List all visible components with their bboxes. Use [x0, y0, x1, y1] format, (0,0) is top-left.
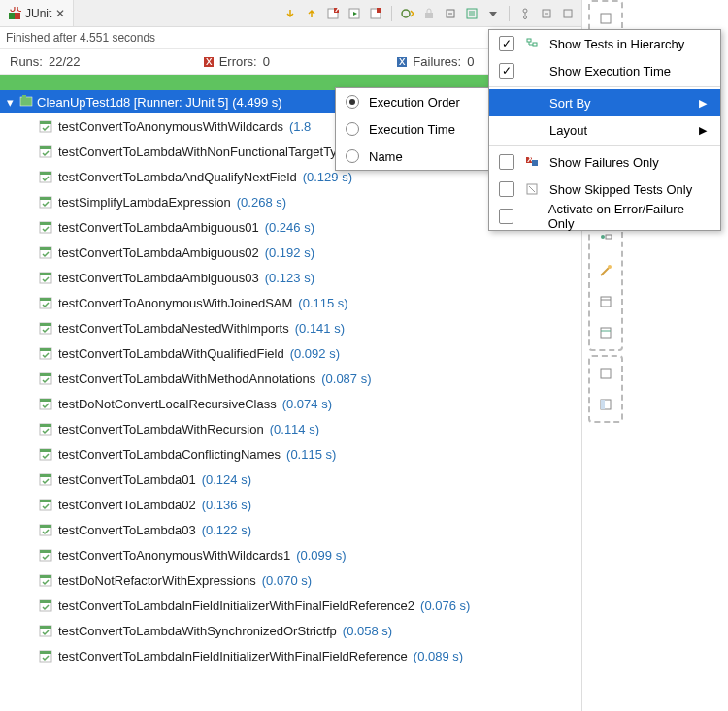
- rail-outline-icon[interactable]: [595, 229, 616, 250]
- svg-rect-62: [40, 525, 51, 528]
- test-time: (0.092 s): [290, 346, 340, 361]
- test-time: (1.8: [289, 119, 311, 134]
- test-item[interactable]: testConvertToLambda01 (0.124 s): [0, 467, 581, 492]
- tab-title: JUnit: [25, 7, 51, 20]
- pin-button[interactable]: [515, 4, 535, 23]
- prev-failure-button[interactable]: [302, 4, 321, 23]
- rerun-failed-button[interactable]: [366, 4, 385, 23]
- rail-window-icon[interactable]: [595, 291, 616, 312]
- junit-tab[interactable]: JU JUnit ✕: [0, 0, 74, 26]
- test-item[interactable]: testConvertToLambdaWithQualifiedField (0…: [0, 340, 581, 366]
- test-item[interactable]: testConvertToLambda03 (0.122 s): [0, 517, 581, 542]
- test-item[interactable]: testConvertToLambdaAmbiguous02 (0.192 s): [0, 240, 581, 265]
- test-time: (0.123 s): [265, 271, 314, 285]
- menu-sort-by[interactable]: Sort By ▶: [489, 89, 720, 116]
- svg-rect-81: [601, 369, 611, 378]
- minimize-button[interactable]: [537, 4, 556, 23]
- svg-rect-22: [564, 10, 572, 17]
- svg-rect-48: [40, 348, 51, 351]
- test-item[interactable]: testConvertToLambdaWithRecursion (0.114 …: [0, 416, 581, 441]
- test-item[interactable]: testConvertToAnonymousWithWildcards1 (0.…: [0, 542, 581, 567]
- checkbox-checked-icon: ✓: [499, 36, 514, 51]
- test-time: (0.115 s): [298, 296, 347, 310]
- collapse-all-button[interactable]: [441, 4, 460, 23]
- test-name: testConvertToAnonymousWithWildcards1: [58, 548, 290, 563]
- skipped-filter-icon: [524, 183, 540, 195]
- svg-rect-66: [40, 575, 51, 578]
- test-time: (0.099 s): [296, 548, 346, 563]
- menu-show-execution-time[interactable]: ✓ Show Execution Time: [489, 57, 720, 84]
- test-item[interactable]: testConvertToLambdaInFieldInitializerWit…: [0, 643, 581, 668]
- test-name: testConvertToLambda02: [58, 498, 196, 512]
- test-item[interactable]: testConvertToLambda02 (0.136 s): [0, 492, 581, 517]
- svg-rect-54: [40, 424, 51, 427]
- svg-rect-72: [40, 651, 51, 654]
- stop-junit-button[interactable]: x: [323, 4, 343, 23]
- rail-restore-icon[interactable]: [595, 8, 616, 29]
- svg-rect-30: [40, 121, 51, 124]
- test-name: testSimplifyLambdaExpression: [58, 195, 231, 210]
- error-icon: x: [204, 57, 214, 67]
- next-failure-button[interactable]: [281, 4, 300, 23]
- test-item[interactable]: testConvertToLambdaNestedWithImports (0.…: [0, 315, 581, 340]
- rail-detach-icon[interactable]: [595, 363, 616, 384]
- checkbox-unchecked-icon: [499, 181, 514, 197]
- test-pass-icon: [39, 145, 52, 158]
- svg-rect-58: [40, 474, 51, 477]
- sort-name[interactable]: Name: [336, 143, 489, 170]
- relaunch-button[interactable]: [345, 4, 364, 23]
- test-item[interactable]: testConvertToLambdaInFieldInitializerWit…: [0, 593, 581, 618]
- test-pass-icon: [39, 598, 52, 612]
- rail-window2-icon[interactable]: [595, 322, 616, 343]
- sort-execution-time[interactable]: Execution Time: [336, 115, 489, 143]
- svg-rect-68: [40, 600, 51, 603]
- test-item[interactable]: testConvertToLambdaWithSynchronizedOrStr…: [0, 618, 581, 643]
- view-toolbar: x: [74, 0, 581, 26]
- test-item[interactable]: testConvertToLambdaConflictingNames (0.1…: [0, 441, 581, 467]
- test-item[interactable]: testConvertToLambdaAmbiguous03 (0.123 s): [0, 265, 581, 290]
- menu-layout[interactable]: Layout ▶: [489, 116, 720, 144]
- rail-panel-icon[interactable]: [595, 394, 616, 415]
- submenu-arrow-icon: ▶: [699, 97, 707, 110]
- test-item[interactable]: testConvertToAnonymousWithJoinedSAM (0.1…: [0, 290, 581, 315]
- test-item[interactable]: testDoNotConvertLocalRecursiveClass (0.0…: [0, 391, 581, 416]
- test-item[interactable]: testConvertToLambdaWithMethodAnnotations…: [0, 366, 581, 391]
- menu-label: Show Tests in Hierarchy: [549, 37, 684, 51]
- svg-rect-34: [40, 172, 51, 175]
- test-time: (0.192 s): [265, 245, 314, 260]
- test-pass-icon: [39, 624, 52, 637]
- test-pass-icon: [39, 296, 52, 309]
- view-menu-dropdown[interactable]: [483, 4, 503, 23]
- svg-line-90: [529, 186, 535, 192]
- test-item[interactable]: testDoNotRefactorWithExpressions (0.070 …: [0, 567, 581, 593]
- test-time: (0.246 s): [265, 220, 314, 235]
- svg-rect-28: [22, 95, 26, 98]
- svg-rect-70: [40, 626, 51, 629]
- rail-wand-icon[interactable]: [595, 260, 616, 281]
- svg-rect-10: [425, 13, 433, 18]
- maximize-button[interactable]: [558, 4, 578, 23]
- scroll-lock-button[interactable]: [462, 4, 481, 23]
- menu-failures-only[interactable]: x Show Failures Only: [489, 148, 720, 176]
- checkbox-unchecked-icon: [499, 154, 514, 170]
- svg-text:x: x: [399, 57, 406, 67]
- test-name: testConvertToAnonymousWithWildcards: [58, 119, 283, 134]
- history-button[interactable]: [398, 4, 417, 23]
- lock-button[interactable]: [419, 4, 439, 23]
- test-pass-icon: [39, 372, 52, 385]
- sort-execution-order[interactable]: Execution Order: [336, 88, 489, 115]
- collapse-icon[interactable]: ▾: [4, 95, 16, 110]
- failures-label: Failures:: [413, 54, 461, 69]
- view-menu: ✓ Show Tests in Hierarchy ✓ Show Executi…: [488, 29, 721, 231]
- tab-bar: JU JUnit ✕ x: [0, 0, 581, 27]
- failure-icon: x: [397, 57, 407, 67]
- test-pass-icon: [39, 649, 52, 663]
- menu-activate-on-error[interactable]: Activate on Error/Failure Only: [489, 203, 720, 230]
- test-time: (0.076 s): [420, 598, 470, 613]
- test-pass-icon: [39, 548, 52, 562]
- test-pass-icon: [39, 271, 52, 284]
- test-name: testConvertToLambda03: [58, 523, 196, 537]
- close-icon[interactable]: ✕: [55, 7, 65, 20]
- menu-show-hierarchy[interactable]: ✓ Show Tests in Hierarchy: [489, 30, 720, 57]
- menu-skipped-only[interactable]: Show Skipped Tests Only: [489, 176, 720, 203]
